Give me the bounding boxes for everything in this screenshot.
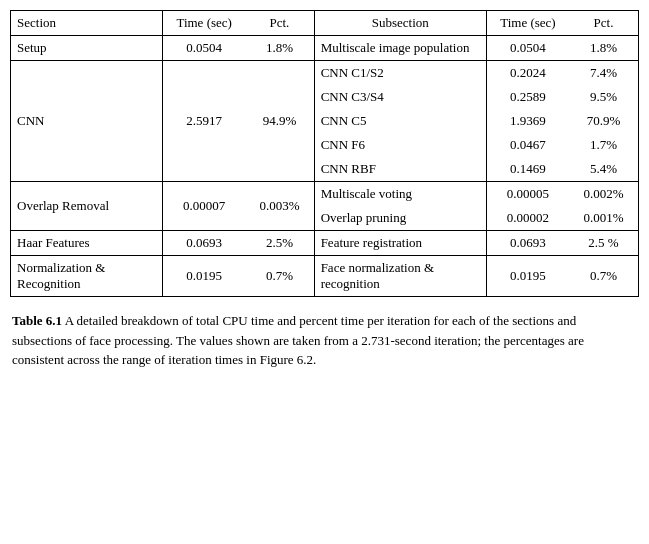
table-row: Haar Features0.06932.5%Feature registrat… — [11, 231, 638, 256]
section-time: 0.0693 — [163, 231, 246, 256]
main-table-wrapper: Section Time (sec) Pct. Subsection Time … — [10, 10, 639, 297]
header-section: Section — [11, 11, 163, 36]
subsection-name: Multiscale voting — [314, 182, 486, 207]
section-name: Normalization & Recognition — [11, 256, 163, 297]
section-pct: 1.8% — [245, 36, 314, 61]
subsection-name: Overlap pruning — [314, 206, 486, 231]
subsection-pct: 0.002% — [569, 182, 638, 207]
subsection-time: 0.1469 — [486, 157, 569, 182]
subsection-name: CNN C5 — [314, 109, 486, 133]
section-time: 2.5917 — [163, 61, 246, 182]
subsection-name: CNN C1/S2 — [314, 61, 486, 86]
subsection-name: Feature registration — [314, 231, 486, 256]
subsection-time: 0.2024 — [486, 61, 569, 86]
section-name: Haar Features — [11, 231, 163, 256]
table-row: CNN2.591794.9%CNN C1/S20.20247.4% — [11, 61, 638, 86]
header-sub-pct: Pct. — [569, 11, 638, 36]
section-pct: 0.7% — [245, 256, 314, 297]
subsection-name: Face normalization & recognition — [314, 256, 486, 297]
section-pct: 0.003% — [245, 182, 314, 231]
data-table: Section Time (sec) Pct. Subsection Time … — [11, 11, 638, 296]
subsection-pct: 2.5 % — [569, 231, 638, 256]
subsection-name: CNN RBF — [314, 157, 486, 182]
header-subsection: Subsection — [314, 11, 486, 36]
subsection-name: Multiscale image population — [314, 36, 486, 61]
subsection-pct: 70.9% — [569, 109, 638, 133]
subsection-pct: 1.7% — [569, 133, 638, 157]
subsection-pct: 0.001% — [569, 206, 638, 231]
section-time: 0.0195 — [163, 256, 246, 297]
subsection-name: CNN C3/S4 — [314, 85, 486, 109]
subsection-time: 0.2589 — [486, 85, 569, 109]
table-row: Overlap Removal0.000070.003%Multiscale v… — [11, 182, 638, 207]
section-pct: 94.9% — [245, 61, 314, 182]
table-row: Normalization & Recognition0.01950.7%Fac… — [11, 256, 638, 297]
subsection-pct: 9.5% — [569, 85, 638, 109]
subsection-time: 0.00002 — [486, 206, 569, 231]
section-name: Setup — [11, 36, 163, 61]
subsection-time: 0.0504 — [486, 36, 569, 61]
header-pct: Pct. — [245, 11, 314, 36]
caption-label: Table 6.1 — [12, 313, 62, 328]
subsection-time: 0.0467 — [486, 133, 569, 157]
subsection-pct: 5.4% — [569, 157, 638, 182]
section-name: Overlap Removal — [11, 182, 163, 231]
table-caption: Table 6.1 A detailed breakdown of total … — [10, 307, 639, 374]
table-row: Setup0.05041.8%Multiscale image populati… — [11, 36, 638, 61]
header-sub-time: Time (sec) — [486, 11, 569, 36]
subsection-pct: 1.8% — [569, 36, 638, 61]
subsection-time: 1.9369 — [486, 109, 569, 133]
subsection-pct: 0.7% — [569, 256, 638, 297]
subsection-time: 0.0195 — [486, 256, 569, 297]
section-time: 0.00007 — [163, 182, 246, 231]
header-time: Time (sec) — [163, 11, 246, 36]
subsection-time: 0.0693 — [486, 231, 569, 256]
subsection-name: CNN F6 — [314, 133, 486, 157]
section-name: CNN — [11, 61, 163, 182]
subsection-time: 0.00005 — [486, 182, 569, 207]
section-time: 0.0504 — [163, 36, 246, 61]
section-pct: 2.5% — [245, 231, 314, 256]
subsection-pct: 7.4% — [569, 61, 638, 86]
caption-text: A detailed breakdown of total CPU time a… — [12, 313, 584, 367]
